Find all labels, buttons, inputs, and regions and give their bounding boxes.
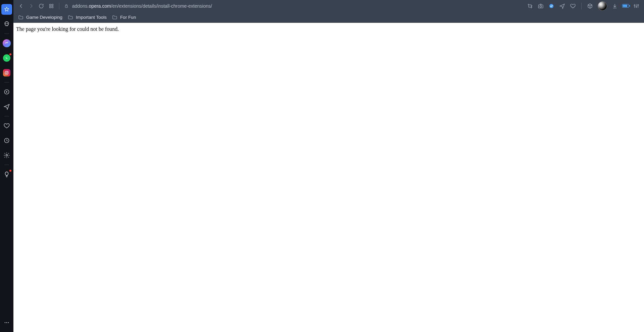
svg-point-2	[7, 23, 8, 24]
gear-icon	[3, 152, 10, 159]
left-sidebar	[0, 0, 13, 332]
bookmark-label: Important Tools	[76, 15, 107, 20]
folder-icon	[112, 15, 117, 20]
sidebar-speed-dial[interactable]	[1, 4, 12, 15]
url-path: /en/extensions/details/install-chrome-ex…	[111, 3, 212, 9]
clock-icon	[3, 137, 10, 144]
toolbar: addons.opera.com/en/extensions/details/i…	[13, 0, 644, 12]
not-found-message: The page you're looking for could not be…	[16, 26, 641, 32]
cube-icon	[587, 3, 593, 9]
address-bar[interactable]: addons.opera.com/en/extensions/details/i…	[62, 3, 525, 9]
svg-point-5	[7, 71, 8, 72]
shield-button[interactable]	[546, 1, 556, 11]
svg-rect-14	[50, 6, 51, 8]
tab-island-button[interactable]	[46, 1, 56, 11]
svg-point-1	[5, 23, 6, 24]
svg-rect-13	[52, 4, 53, 5]
easy-setup-button[interactable]	[631, 1, 641, 11]
folder-icon	[18, 15, 23, 20]
reload-icon	[38, 3, 44, 9]
star-icon	[4, 6, 10, 12]
bookmark-label: Game Developing	[26, 15, 62, 20]
lock-icon[interactable]	[64, 4, 69, 8]
camera-icon	[538, 3, 544, 9]
sidebar-instagram[interactable]	[1, 67, 12, 78]
svg-point-10	[6, 322, 7, 323]
heart-icon	[3, 122, 10, 129]
battery-icon	[622, 4, 629, 8]
battery-button[interactable]	[621, 1, 631, 11]
sidebar-divider	[4, 165, 9, 165]
whatsapp-icon	[3, 54, 10, 62]
sidebar-heart[interactable]	[1, 120, 12, 131]
instagram-icon	[3, 69, 10, 76]
url-text: addons.opera.com/en/extensions/details/i…	[72, 3, 212, 9]
url-prefix: addons.	[72, 3, 89, 9]
snapshot-button[interactable]	[536, 1, 546, 11]
reload-button[interactable]	[36, 1, 46, 11]
messenger-icon	[3, 39, 11, 47]
crop-icon	[527, 3, 533, 9]
svg-point-8	[6, 155, 8, 156]
page-content: The page you're looking for could not be…	[13, 23, 644, 332]
url-host: opera.com	[89, 3, 111, 9]
sidebar-skull[interactable]	[1, 19, 12, 30]
shield-check-icon	[548, 3, 554, 9]
sidebar-send[interactable]	[1, 101, 12, 112]
send-icon	[559, 3, 565, 9]
bookmark-folder-game-developing[interactable]: Game Developing	[18, 15, 62, 20]
forward-button[interactable]	[26, 1, 36, 11]
svg-point-20	[634, 5, 635, 6]
svg-rect-16	[65, 6, 68, 7]
heart-toolbar-button[interactable]	[568, 1, 578, 11]
svg-point-22	[638, 4, 639, 5]
sidebar-whatsapp[interactable]	[1, 53, 12, 63]
svg-point-11	[8, 322, 9, 323]
svg-rect-15	[52, 6, 53, 8]
send-toolbar-button[interactable]	[557, 1, 567, 11]
bulb-icon	[3, 171, 10, 178]
download-icon	[612, 3, 618, 9]
crop-button[interactable]	[525, 1, 535, 11]
heart-icon	[570, 3, 576, 9]
more-horizontal-icon	[3, 319, 10, 326]
sidebar-player[interactable]	[1, 87, 12, 97]
svg-point-4	[6, 72, 8, 74]
chevron-right-icon	[28, 3, 34, 9]
play-circle-icon	[3, 89, 10, 95]
svg-point-18	[540, 5, 541, 7]
svg-rect-17	[538, 5, 543, 8]
bookmarks-bar: Game Developing Important Tools For Fun	[13, 12, 644, 23]
skull-icon	[3, 21, 10, 27]
profile-avatar[interactable]	[598, 1, 607, 11]
sliders-icon	[633, 3, 639, 9]
sidebar-history[interactable]	[1, 135, 12, 146]
back-button[interactable]	[16, 1, 26, 11]
svg-rect-12	[50, 4, 51, 5]
notification-dot	[9, 170, 11, 172]
notification-dot	[9, 53, 11, 55]
extensions-button[interactable]	[585, 1, 595, 11]
toolbar-separator	[581, 3, 582, 9]
svg-point-0	[5, 22, 9, 26]
sidebar-more[interactable]	[1, 317, 12, 328]
toolbar-right	[525, 1, 641, 11]
bookmark-folder-important-tools[interactable]: Important Tools	[68, 15, 107, 20]
main-area: addons.opera.com/en/extensions/details/i…	[13, 0, 644, 332]
grid-icon	[49, 3, 54, 9]
send-icon	[3, 103, 10, 110]
toolbar-separator	[59, 3, 59, 9]
bookmark-label: For Fun	[120, 15, 136, 20]
folder-icon	[68, 15, 73, 20]
sidebar-divider	[4, 34, 9, 34]
svg-point-21	[636, 6, 637, 7]
sidebar-messenger[interactable]	[1, 38, 12, 49]
bookmark-folder-for-fun[interactable]: For Fun	[112, 15, 136, 20]
sidebar-bulb[interactable]	[1, 169, 12, 180]
sidebar-settings[interactable]	[1, 150, 12, 161]
sidebar-divider	[4, 116, 9, 116]
sidebar-divider	[4, 82, 9, 82]
chevron-left-icon	[18, 3, 24, 9]
downloads-button[interactable]	[610, 1, 620, 11]
svg-point-9	[5, 322, 6, 323]
